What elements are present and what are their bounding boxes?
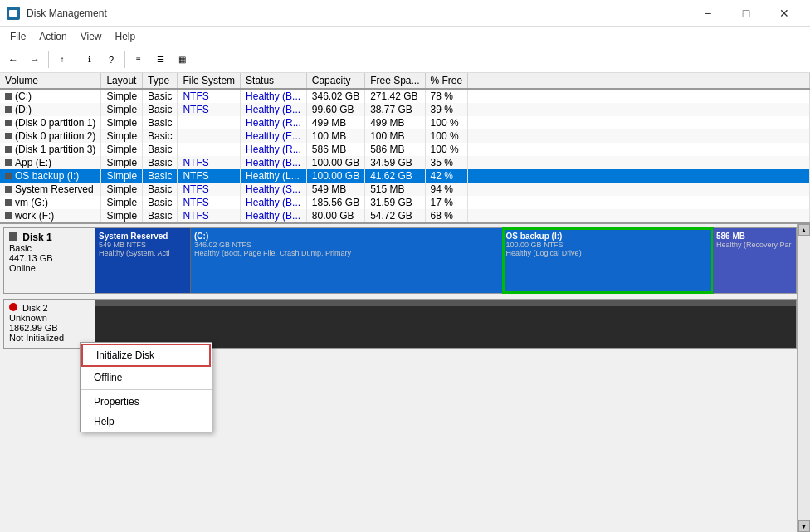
disk1-partition-c[interactable]: (C:) 346.02 GB NTFS Healthy (Boot, Page … bbox=[191, 228, 503, 293]
table-row[interactable]: work (F:)SimpleBasicNTFSHealthy (B...80.… bbox=[0, 209, 810, 222]
table-row[interactable]: System ReservedSimpleBasicNTFSHealthy (S… bbox=[0, 183, 810, 196]
disk2-container: Disk 2 Unknown 1862.99 GB Not Initialize… bbox=[3, 299, 797, 349]
disk1-partition-recovery[interactable]: 586 MB Healthy (Recovery Par bbox=[713, 228, 796, 293]
minimize-button[interactable]: − bbox=[689, 0, 727, 27]
forward-button[interactable]: → bbox=[25, 50, 45, 70]
extra-button[interactable]: ▦ bbox=[172, 50, 192, 70]
col-status[interactable]: Status bbox=[241, 73, 307, 89]
context-menu-popup: Initialize Disk Offline Properties Help bbox=[80, 342, 212, 432]
disk1-name: Disk 1 bbox=[9, 232, 90, 243]
disk1-type: Basic bbox=[9, 243, 90, 253]
ctx-offline[interactable]: Offline bbox=[81, 368, 212, 388]
disk2-size: 1862.99 GB bbox=[9, 323, 90, 333]
app-icon bbox=[7, 7, 20, 20]
disk2-label: Disk 2 Unknown 1862.99 GB Not Initialize… bbox=[3, 299, 95, 349]
scroll-down-button[interactable]: ▼ bbox=[798, 520, 810, 532]
disk1-partition-osbackup[interactable]: OS backup (I:) 100.00 GB NTFS Healthy (L… bbox=[503, 228, 713, 293]
disk2-name: Disk 2 bbox=[9, 303, 90, 313]
title-bar: Disk Management − □ ✕ bbox=[0, 0, 810, 27]
col-capacity[interactable]: Capacity bbox=[306, 73, 364, 89]
ctx-separator bbox=[81, 389, 212, 390]
window-title: Disk Management bbox=[27, 7, 107, 19]
close-button[interactable]: ✕ bbox=[765, 0, 803, 27]
properties-button[interactable]: ℹ bbox=[80, 50, 100, 70]
disk2-status: Not Initialized bbox=[9, 333, 90, 343]
disk2-type: Unknown bbox=[9, 313, 90, 323]
menu-bar: File Action View Help bbox=[0, 27, 810, 46]
disk1-status: Online bbox=[9, 263, 90, 273]
window-controls: − □ ✕ bbox=[689, 0, 803, 27]
vertical-scrollbar[interactable]: ▲ ▼ bbox=[797, 224, 810, 532]
disk1-partition-sysres[interactable]: System Reserved 549 MB NTFS Healthy (Sys… bbox=[95, 228, 191, 293]
toolbar-separator-1 bbox=[48, 51, 49, 68]
help-button[interactable]: ? bbox=[101, 50, 121, 70]
disk-table: Volume Layout Type File System Status Ca… bbox=[0, 73, 810, 222]
table-row[interactable]: App (E:)SimpleBasicNTFSHealthy (B...100.… bbox=[0, 156, 810, 169]
ctx-initialize-disk[interactable]: Initialize Disk bbox=[81, 344, 211, 367]
table-row[interactable]: (Disk 1 partition 3)SimpleBasicHealthy (… bbox=[0, 143, 810, 156]
table-row[interactable]: (C:)SimpleBasicNTFSHealthy (B...346.02 G… bbox=[0, 89, 810, 103]
disk1-label: Disk 1 Basic 447.13 GB Online bbox=[3, 227, 95, 294]
table-row[interactable]: (D:)SimpleBasicNTFSHealthy (B...99.60 GB… bbox=[0, 103, 810, 116]
disk2-body[interactable] bbox=[95, 299, 797, 349]
show-hide-button[interactable]: ≡ bbox=[129, 50, 149, 70]
menu-action[interactable]: Action bbox=[32, 29, 73, 44]
toolbar: ← → ↑ ℹ ? ≡ ☰ ▦ bbox=[0, 46, 810, 73]
col-type[interactable]: Type bbox=[143, 73, 178, 89]
disk-table-container[interactable]: Volume Layout Type File System Status Ca… bbox=[0, 73, 810, 224]
back-button[interactable]: ← bbox=[3, 50, 23, 70]
table-row[interactable]: vm (G:)SimpleBasicNTFSHealthy (B...185.5… bbox=[0, 196, 810, 209]
menu-help[interactable]: Help bbox=[109, 29, 143, 44]
disk1-partitions: System Reserved 549 MB NTFS Healthy (Sys… bbox=[95, 227, 797, 294]
view-button[interactable]: ☰ bbox=[150, 50, 170, 70]
toolbar-separator-2 bbox=[76, 51, 76, 68]
col-volume[interactable]: Volume bbox=[0, 73, 101, 89]
scroll-up-button[interactable]: ▲ bbox=[798, 224, 810, 236]
disk2-header-bar bbox=[95, 300, 796, 306]
table-row[interactable]: (Disk 0 partition 1)SimpleBasicHealthy (… bbox=[0, 116, 810, 129]
maximize-button[interactable]: □ bbox=[727, 0, 765, 27]
main-area: Volume Layout Type File System Status Ca… bbox=[0, 73, 810, 532]
disk1-container: Disk 1 Basic 447.13 GB Online System Res… bbox=[3, 227, 797, 294]
table-row[interactable]: OS backup (I:)SimpleBasicNTFSHealthy (L.… bbox=[0, 169, 810, 183]
col-extra bbox=[468, 73, 810, 89]
menu-view[interactable]: View bbox=[74, 29, 109, 44]
up-button[interactable]: ↑ bbox=[52, 50, 72, 70]
disk1-size: 447.13 GB bbox=[9, 253, 90, 263]
col-free[interactable]: Free Spa... bbox=[365, 73, 425, 89]
ctx-properties[interactable]: Properties bbox=[81, 392, 212, 412]
title-bar-left: Disk Management bbox=[7, 7, 107, 20]
table-row[interactable]: (Disk 0 partition 2)SimpleBasicHealthy (… bbox=[0, 129, 810, 143]
menu-file[interactable]: File bbox=[3, 29, 32, 44]
col-layout[interactable]: Layout bbox=[101, 73, 143, 89]
col-fs[interactable]: File System bbox=[178, 73, 241, 89]
toolbar-separator-3 bbox=[124, 51, 125, 68]
disk2-row: Disk 2 Unknown 1862.99 GB Not Initialize… bbox=[3, 299, 797, 349]
ctx-help[interactable]: Help bbox=[81, 412, 212, 432]
disk1-row: Disk 1 Basic 447.13 GB Online System Res… bbox=[3, 227, 797, 294]
col-pct[interactable]: % Free bbox=[425, 73, 468, 89]
